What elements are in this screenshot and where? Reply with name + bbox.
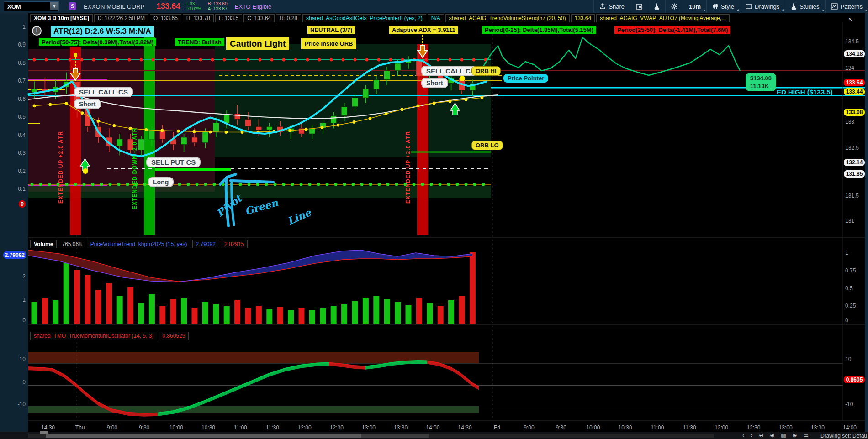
- beaker-button[interactable]: [648, 0, 665, 13]
- crosshair-icon[interactable]: ⊕: [793, 432, 797, 439]
- tmo-study-ribbon: [28, 352, 843, 417]
- axis-tick: 0.8: [18, 60, 26, 66]
- study-header-cell[interactable]: C: 133.64: [243, 14, 275, 22]
- scrollbar-thumb[interactable]: [46, 434, 361, 438]
- time-tick: 13:00: [779, 424, 793, 431]
- trend-bullish-label[interactable]: TREND: Bullish: [175, 38, 224, 46]
- studies-button[interactable]: Studies: [785, 0, 825, 13]
- patterns-button[interactable]: Patterns: [825, 0, 868, 13]
- axis-tick: 0: [22, 317, 26, 324]
- zoom-out-icon[interactable]: ⊖: [759, 432, 763, 439]
- pointer-volume: 11.13K: [750, 82, 772, 90]
- volume-at-price-bubble[interactable]: $134.00 11.13K: [746, 73, 776, 91]
- axis-tick: 134: [845, 65, 854, 71]
- axis-tick: 0.9: [18, 42, 26, 48]
- pvt-study-lines: [28, 250, 472, 282]
- chart-zoom-controls: ‹›⊖⊕▥⊕▭: [742, 432, 809, 439]
- top-toolbar: XOM ▼ S EXXON MOBIL CORP 133.64 +.03 +0.…: [0, 0, 868, 13]
- zoom-in-icon[interactable]: ⊕: [770, 432, 774, 439]
- study-header-cell[interactable]: 133.64: [571, 14, 595, 22]
- scrollbar-extension[interactable]: [361, 434, 429, 438]
- study-header-cell[interactable]: D: 1/22/26 2:50 PM: [94, 14, 148, 22]
- adaptive-adx-label[interactable]: Adaptive ADX = 3.9111: [389, 26, 458, 34]
- right-edge-strip: [865, 13, 868, 439]
- time-tick: 12:00: [715, 424, 728, 431]
- right-price-axis[interactable]: 134.5134133132.5132131.513110.750.50.250…: [843, 0, 865, 439]
- chart-style-icon: [712, 3, 718, 10]
- style-label: Style: [721, 3, 734, 10]
- period-0-25-label[interactable]: Period[0-25]: Delta(1.85M),Total(5.15M): [482, 26, 596, 34]
- bid-value: B: 133.60: [208, 1, 228, 6]
- short-bubble-2[interactable]: Short: [421, 78, 448, 88]
- interval-label: 10m: [689, 3, 701, 10]
- tmo-axis-bubble: 0.8605: [844, 376, 865, 383]
- caution-light-label[interactable]: Caution Light: [226, 37, 289, 50]
- fullscreen-icon[interactable]: ▭: [804, 432, 809, 439]
- price-inside-orb-label[interactable]: Price Inside ORB: [301, 38, 356, 49]
- shared-item-badge[interactable]: S: [69, 2, 76, 10]
- time-tick: 9:00: [524, 424, 534, 431]
- study-header-cell[interactable]: shared_AGAIG_VWAP_AUTO7 (Moving Average,…: [596, 14, 730, 22]
- pvt-value: 2.79092: [192, 240, 219, 248]
- study-header-cell[interactable]: XOM 3 D 10m [NYSE]: [30, 14, 93, 22]
- alert-icon[interactable]: !: [32, 26, 42, 36]
- change-percent: +0.02%: [185, 6, 201, 11]
- period-50-75-label[interactable]: Period[50-75]: Delta(0.39M),Total(3.82M): [39, 38, 156, 46]
- orb-lo-bubble[interactable]: ORB LO: [471, 141, 503, 150]
- time-tick: 9:30: [556, 424, 566, 431]
- axis-tick: 10: [845, 356, 851, 362]
- axis-tick: 1: [22, 297, 26, 303]
- time-tick: 13:30: [811, 424, 825, 431]
- scroll-left-icon[interactable]: ‹: [742, 432, 744, 439]
- calendar-button[interactable]: [630, 0, 648, 13]
- price-axis-bubble: 133.64: [844, 79, 865, 86]
- orb-hi-bubble[interactable]: ORB HI: [471, 66, 501, 76]
- bid-ask: B: 133.60 A: 133.87: [208, 1, 228, 11]
- extended-up-text-1: EXTENDED UP +2.0 ATR: [58, 131, 64, 204]
- study-header-cell[interactable]: L: 133.5: [215, 14, 242, 22]
- period-25-50-label[interactable]: Period[25-50]: Delta(-1.41M),Total(7.6M): [614, 26, 730, 34]
- compare-icon[interactable]: ▥: [781, 432, 786, 439]
- long-bubble[interactable]: Long: [148, 177, 174, 187]
- horizontal-scrollbar[interactable]: [28, 434, 714, 438]
- study-header-cell[interactable]: O: 133.65: [150, 14, 181, 22]
- axis-tick: 1: [845, 250, 848, 256]
- interval-button[interactable]: 10m: [683, 0, 706, 13]
- sell-call-bubble-1[interactable]: SELL CALL CS: [74, 87, 133, 97]
- symbol-dropdown-icon[interactable]: ▼: [50, 2, 58, 10]
- scroll-right-icon[interactable]: ›: [751, 432, 752, 439]
- atr-label[interactable]: ATR(12) D:2.6 W:5.3 M:N/A: [51, 26, 154, 37]
- style-button[interactable]: Style: [706, 0, 740, 13]
- ohlc-study-header-row: XOM 3 D 10m [NYSE]D: 1/22/26 2:50 PMO: 1…: [30, 14, 730, 22]
- axis-tick: 0.5: [845, 285, 853, 292]
- time-tick: 11:00: [234, 424, 247, 431]
- axis-tick: 134.5: [845, 38, 859, 45]
- pvt-study-label[interactable]: PriceVolumeTrend_khpro2025 (15, yes): [87, 240, 191, 248]
- share-label: Share: [609, 3, 625, 10]
- short-bubble-1[interactable]: Short: [74, 99, 101, 109]
- symbol-input[interactable]: XOM ▼: [4, 1, 59, 11]
- time-tick: 11:00: [651, 424, 664, 431]
- time-tick: 13:00: [362, 424, 376, 431]
- sell-put-bubble[interactable]: SELL PUT CS: [146, 157, 201, 167]
- pvt-axis-bubble: 2.79092: [3, 251, 26, 259]
- drawing-set-label[interactable]: Drawing set: Defau: [820, 433, 867, 439]
- study-header-cell[interactable]: H: 133.78: [183, 14, 214, 22]
- symbol-value: XOM: [7, 3, 21, 10]
- study-header-cell[interactable]: shared_AGAIG_TrendVolumeStrength7 (20, 5…: [445, 14, 570, 22]
- settings-button[interactable]: [665, 0, 683, 13]
- neutral-label[interactable]: NEUTRAL (3/7): [307, 26, 355, 34]
- price-pointer-bubble[interactable]: Price Pointer: [503, 74, 548, 83]
- tmo-study-label[interactable]: shared_TMO_TrueMomentumOscillator (14, 5…: [30, 332, 157, 340]
- study-header-cell[interactable]: shared_AsGoodAsItGets_PricePointer8 (yes…: [302, 14, 426, 22]
- study-header-cell[interactable]: R: 0.28: [276, 14, 301, 22]
- change-value: +.03: [185, 1, 201, 6]
- drawings-button[interactable]: Drawings: [740, 0, 785, 13]
- share-icon: [599, 3, 606, 10]
- share-button[interactable]: Share: [593, 0, 630, 13]
- time-tick: 11:30: [683, 424, 696, 431]
- axis-tick: 0.5: [18, 114, 26, 120]
- study-header-cell[interactable]: N/A: [428, 14, 444, 22]
- volume-title[interactable]: Volume: [30, 240, 57, 248]
- gear-icon: [671, 3, 677, 10]
